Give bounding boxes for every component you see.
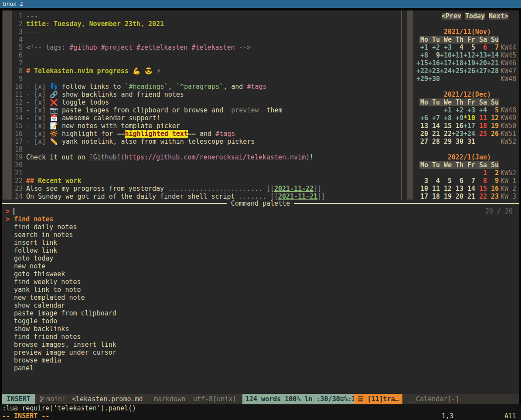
editor-line[interactable]: 23Also see my progress from yesterday ..…: [2, 185, 401, 193]
palette-item[interactable]: browse media: [2, 356, 519, 364]
git-branch[interactable]: main!: [40, 394, 66, 404]
calendar-day[interactable]: +9: [452, 114, 463, 122]
calendar-day[interactable]: +19: [463, 59, 475, 67]
palette-item[interactable]: insert link: [2, 239, 519, 247]
calendar-day[interactable]: +2: [452, 106, 463, 114]
editor-line[interactable]: 4: [2, 36, 401, 44]
palette-item[interactable]: show backlinks: [2, 325, 519, 333]
editor-line[interactable]: 6: [2, 51, 401, 59]
calendar-day[interactable]: 15: [475, 185, 487, 193]
editor-line[interactable]: 21: [2, 169, 401, 177]
editor-line[interactable]: 7: [2, 59, 401, 67]
palette-item[interactable]: goto today: [2, 254, 519, 262]
calendar-day[interactable]: 21: [428, 130, 440, 138]
palette-item[interactable]: paste image from clipboard: [2, 309, 519, 317]
calendar-day[interactable]: +28: [487, 67, 499, 75]
calendar-day[interactable]: 1: [475, 169, 487, 177]
note-link[interactable]: 2021-11-22: [274, 185, 313, 193]
calendar-day[interactable]: 15: [440, 122, 452, 130]
calendar-day[interactable]: +21: [487, 59, 499, 67]
calendar-next-button[interactable]: Next>: [489, 13, 508, 20]
palette-item[interactable]: follow link: [2, 247, 519, 254]
calendar-day[interactable]: +23: [452, 130, 463, 138]
calendar-day[interactable]: *10: [463, 114, 475, 122]
editor-line[interactable]: 15- [x] 📝 new notes with template picker: [2, 122, 401, 130]
calendar-today-button[interactable]: Today: [465, 13, 485, 20]
calendar-day[interactable]: 2: [487, 169, 499, 177]
calendar-day[interactable]: +25: [452, 67, 463, 75]
calendar-day[interactable]: 16: [452, 122, 463, 130]
calendar-day[interactable]: 30: [452, 138, 463, 146]
calendar-day[interactable]: 12: [440, 185, 452, 193]
palette-item[interactable]: panel: [2, 364, 519, 372]
calendar-day[interactable]: 14: [428, 122, 440, 130]
calendar-day[interactable]: 11: [428, 185, 440, 193]
calendar-day[interactable]: +29: [416, 75, 428, 83]
calendar-day[interactable]: 5: [463, 44, 475, 51]
editor-line[interactable]: 3---: [2, 28, 401, 36]
calendar-day[interactable]: 20: [416, 130, 428, 138]
palette-prompt[interactable]: > 20 / 20: [2, 207, 519, 215]
editor-line[interactable]: 1---: [2, 12, 401, 20]
editor-line[interactable]: 12- [x] ❌ toggle todos: [2, 98, 401, 106]
editor-line[interactable]: 18: [2, 146, 401, 153]
calendar-day[interactable]: +8: [416, 51, 428, 59]
calendar-day[interactable]: +16: [428, 59, 440, 67]
editor-line[interactable]: 5<!-- tags: #github #project #zettelkast…: [2, 44, 401, 51]
editor-line[interactable]: 10- [x] 👣 follow links to `#headings`, `…: [2, 83, 401, 91]
calendar-day[interactable]: +22: [416, 67, 428, 75]
palette-item[interactable]: preview image under cursor: [2, 349, 519, 356]
calendar-pane[interactable]: <Prev Today Next> 2021/11(Nov)MoTuWeThFr…: [414, 12, 519, 200]
calendar-day[interactable]: 27: [416, 138, 428, 146]
palette-item[interactable]: find weekly notes: [2, 278, 519, 286]
calendar-day[interactable]: +17: [440, 59, 452, 67]
tab-chip[interactable]: ☰ [11]tra…: [354, 394, 402, 404]
calendar-day[interactable]: +23: [428, 67, 440, 75]
calendar-day[interactable]: 13: [416, 122, 428, 130]
editor-line[interactable]: 13- [x] 📷 paste images from clipboard or…: [2, 106, 401, 114]
calendar-day[interactable]: +14: [487, 51, 499, 59]
calendar-day[interactable]: 6: [475, 44, 487, 51]
command-line[interactable]: :lua require('telekasten').panel(): [0, 404, 521, 412]
editor-line[interactable]: 16- [x] 🔆 highlight for ==highlighted te…: [2, 130, 401, 138]
calendar-day[interactable]: 6: [452, 177, 463, 185]
calendar-day[interactable]: +20: [475, 59, 487, 67]
calendar-day[interactable]: +30: [428, 75, 440, 83]
palette-item[interactable]: new templated note: [2, 294, 519, 301]
calendar-day[interactable]: +1: [440, 106, 452, 114]
palette-item[interactable]: goto thisweek: [2, 270, 519, 278]
calendar-day[interactable]: 18: [475, 122, 487, 130]
calendar-day[interactable]: 5: [440, 177, 452, 185]
editor-line[interactable]: 9: [2, 75, 401, 83]
note-link[interactable]: https://github.com/renerocksai/telekaste…: [125, 153, 306, 161]
calendar-day[interactable]: +24: [463, 130, 475, 138]
editor-line[interactable]: 22## Recent work: [2, 177, 401, 185]
palette-item[interactable]: new note: [2, 262, 519, 270]
calendar-day[interactable]: 7: [463, 177, 475, 185]
calendar-day[interactable]: +15: [416, 59, 428, 67]
calendar-day[interactable]: +18: [452, 59, 463, 67]
editor-line[interactable]: 19Check it out on [Github](https://githu…: [2, 153, 401, 161]
calendar-day[interactable]: +26: [463, 67, 475, 75]
calendar-day[interactable]: 12: [487, 114, 499, 122]
calendar-day[interactable]: +24: [440, 67, 452, 75]
calendar-scrollbar[interactable]: [407, 10, 413, 200]
note-link[interactable]: Github: [93, 153, 117, 161]
calendar-day[interactable]: 28: [428, 138, 440, 146]
calendar-day[interactable]: 8: [475, 177, 487, 185]
calendar-day[interactable]: 22: [440, 130, 452, 138]
editor-line[interactable]: 11- [x] 🔗 show backlinks and friend note…: [2, 91, 401, 98]
editor-line[interactable]: 20: [2, 161, 401, 169]
palette-item[interactable]: show calendar: [2, 301, 519, 309]
palette-item[interactable]: yank link to note: [2, 286, 519, 294]
calendar-day[interactable]: 29: [440, 138, 452, 146]
calendar-day[interactable]: +1: [416, 44, 428, 51]
calendar-day[interactable]: +8: [440, 114, 452, 122]
calendar-day[interactable]: +4: [475, 106, 487, 114]
calendar-day[interactable]: +17: [463, 122, 475, 130]
calendar-day[interactable]: +11: [452, 51, 463, 59]
calendar-day[interactable]: 10: [416, 185, 428, 193]
calendar-day[interactable]: +13: [475, 51, 487, 59]
calendar-day[interactable]: +7: [428, 114, 440, 122]
calendar-day[interactable]: 19: [487, 122, 499, 130]
